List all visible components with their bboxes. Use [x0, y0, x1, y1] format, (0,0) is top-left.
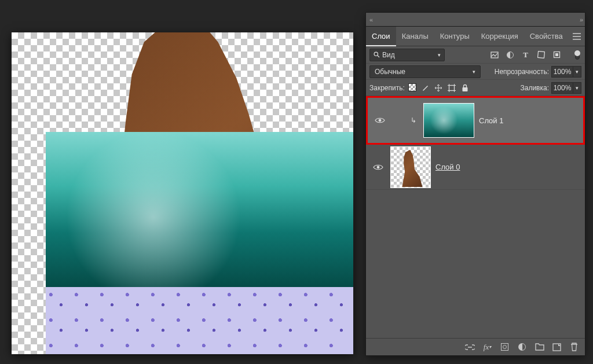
svg-point-0	[374, 52, 378, 56]
layer-list: ↳ Слой 1 Слой 0	[366, 96, 585, 322]
svg-line-1	[378, 56, 379, 57]
layer-group-icon[interactable]	[535, 342, 544, 352]
blend-mode-dropdown[interactable]: Обычные ▾	[369, 65, 481, 78]
svg-rect-10	[553, 344, 561, 351]
hamburger-icon	[573, 33, 581, 40]
blend-row: Обычные ▾ Непрозрачность: ▾	[366, 64, 585, 80]
clipping-mask-icon: ↳	[408, 116, 419, 124]
search-icon	[374, 52, 380, 58]
layer-row[interactable]: ↳ Слой 1	[366, 96, 585, 145]
visibility-toggle-icon[interactable]	[373, 162, 383, 172]
opacity-spinner[interactable]: ▾	[551, 66, 581, 78]
chevron-down-icon: ▾	[438, 52, 441, 58]
fill-spinner[interactable]: ▾	[551, 82, 581, 94]
svg-point-9	[377, 166, 380, 168]
blend-mode-value: Обычные	[375, 68, 405, 76]
lock-brush-icon[interactable]	[421, 83, 430, 92]
tab-adjustments-label: Коррекция	[481, 32, 518, 41]
svg-rect-3	[537, 51, 544, 58]
chevron-down-icon[interactable]: ▾	[573, 82, 581, 94]
fill-input[interactable]	[551, 82, 573, 94]
tab-properties[interactable]: Свойства	[524, 27, 569, 46]
layer-thumbnail[interactable]	[423, 103, 474, 138]
filter-row: Вид ▾ T	[366, 46, 585, 64]
panel-collapse-left-icon[interactable]: «	[369, 16, 371, 23]
layer-thumbnail[interactable]	[390, 146, 431, 188]
filter-type-icon[interactable]: T	[521, 50, 530, 59]
layer-name[interactable]: Слой 0	[435, 163, 460, 171]
svg-rect-7	[463, 87, 468, 91]
layer-row[interactable]: Слой 0	[366, 145, 585, 190]
filter-smartobject-icon[interactable]	[552, 50, 561, 59]
new-layer-icon[interactable]	[552, 342, 562, 352]
layers-panel: « » Слои Каналы Контуры Коррекция Свойст…	[366, 13, 585, 355]
layer-filter-label: Вид	[382, 51, 395, 59]
tab-layers[interactable]: Слои	[366, 27, 396, 46]
lock-artboard-icon[interactable]	[448, 83, 456, 92]
panel-footer: fx▾	[366, 338, 585, 355]
panel-collapse-right-icon[interactable]: »	[580, 16, 581, 23]
panel-menu-button[interactable]	[569, 27, 585, 46]
artwork-sea-layer	[46, 132, 353, 287]
svg-rect-5	[555, 53, 558, 56]
chevron-down-icon[interactable]: ▾	[573, 66, 581, 78]
svg-rect-6	[449, 85, 455, 90]
tab-strip: Слои Каналы Контуры Коррекция Свойства	[366, 27, 585, 46]
lock-transparent-pixels-icon[interactable]	[408, 83, 416, 91]
filter-shape-icon[interactable]	[537, 50, 546, 59]
layer-mask-icon[interactable]	[500, 342, 510, 352]
artwork[interactable]	[12, 32, 353, 354]
link-layers-icon[interactable]	[465, 342, 475, 352]
layer-style-icon[interactable]: fx▾	[482, 342, 492, 352]
fill-label: Заливка:	[520, 84, 549, 92]
layer-filter-dropdown[interactable]: Вид ▾	[369, 49, 445, 61]
lock-position-icon[interactable]	[434, 83, 443, 92]
lock-row: Закрепить: Заливка: ▾	[366, 80, 585, 96]
svg-rect-2	[491, 52, 498, 58]
layer-name[interactable]: Слой 1	[479, 116, 503, 125]
opacity-input[interactable]	[551, 66, 573, 78]
opacity-label: Непрозрачность:	[495, 68, 549, 76]
tab-channels-label: Каналы	[402, 32, 429, 41]
filter-toggle-switch[interactable]	[573, 50, 581, 59]
filter-adjustment-icon[interactable]	[506, 50, 514, 59]
chevron-down-icon: ▾	[473, 69, 475, 75]
lock-label: Закрепить:	[369, 84, 405, 92]
tab-paths-label: Контуры	[440, 32, 470, 41]
filter-pixel-icon[interactable]	[490, 50, 499, 59]
lock-all-icon[interactable]	[461, 83, 470, 92]
delete-layer-icon[interactable]	[569, 342, 579, 352]
tab-paths[interactable]: Контуры	[434, 27, 475, 46]
visibility-toggle-icon[interactable]	[375, 115, 385, 126]
canvas-stage	[0, 0, 363, 364]
tab-layers-label: Слои	[372, 32, 390, 41]
tab-adjustments[interactable]: Коррекция	[475, 27, 524, 46]
tab-channels[interactable]: Каналы	[396, 27, 434, 46]
adjustment-layer-icon[interactable]	[517, 342, 527, 352]
svg-point-8	[379, 119, 382, 122]
tab-properties-label: Свойства	[530, 32, 563, 41]
artwork-blouse-layer	[46, 287, 353, 354]
panel-topbar: « »	[366, 13, 585, 27]
